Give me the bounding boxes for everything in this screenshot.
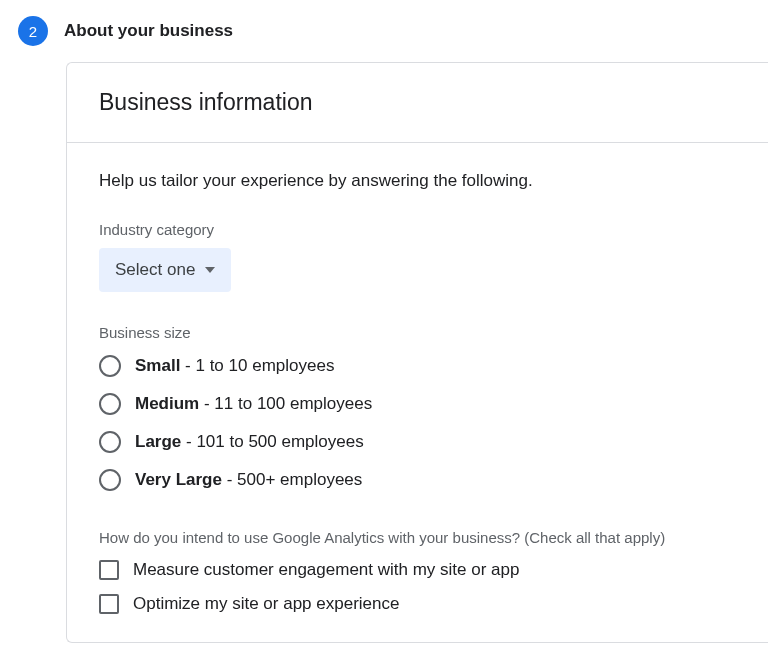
checkbox-icon xyxy=(99,594,119,614)
radio-label: Small - 1 to 10 employees xyxy=(135,356,334,376)
card-header: Business information xyxy=(67,63,768,143)
radio-label: Large - 101 to 500 employees xyxy=(135,432,364,452)
radio-label: Medium - 11 to 100 employees xyxy=(135,394,372,414)
radio-icon xyxy=(99,393,121,415)
radio-icon xyxy=(99,355,121,377)
industry-selected: Select one xyxy=(115,260,195,280)
industry-dropdown[interactable]: Select one xyxy=(99,248,231,292)
card-title: Business information xyxy=(99,89,736,116)
checkbox-label: Optimize my site or app experience xyxy=(133,594,399,614)
business-info-card: Business information Help us tailor your… xyxy=(66,62,768,643)
usage-label: How do you intend to use Google Analytic… xyxy=(99,529,736,546)
radio-medium[interactable]: Medium - 11 to 100 employees xyxy=(99,393,736,415)
business-size-radio-group: Small - 1 to 10 employees Medium - 11 to… xyxy=(99,355,736,491)
radio-label: Very Large - 500+ employees xyxy=(135,470,362,490)
radio-icon xyxy=(99,469,121,491)
radio-large[interactable]: Large - 101 to 500 employees xyxy=(99,431,736,453)
checkbox-icon xyxy=(99,560,119,580)
intro-text: Help us tailor your experience by answer… xyxy=(99,171,736,191)
business-size-label: Business size xyxy=(99,324,736,341)
chevron-down-icon xyxy=(205,267,215,273)
checkbox-label: Measure customer engagement with my site… xyxy=(133,560,519,580)
checkbox-measure-engagement[interactable]: Measure customer engagement with my site… xyxy=(99,560,736,580)
usage-checkbox-group: Measure customer engagement with my site… xyxy=(99,560,736,614)
radio-very-large[interactable]: Very Large - 500+ employees xyxy=(99,469,736,491)
step-header: 2 About your business xyxy=(0,0,768,62)
radio-icon xyxy=(99,431,121,453)
step-number-badge: 2 xyxy=(18,16,48,46)
checkbox-optimize-experience[interactable]: Optimize my site or app experience xyxy=(99,594,736,614)
card-body: Help us tailor your experience by answer… xyxy=(67,143,768,642)
radio-small[interactable]: Small - 1 to 10 employees xyxy=(99,355,736,377)
industry-label: Industry category xyxy=(99,221,736,238)
step-title: About your business xyxy=(64,21,233,41)
